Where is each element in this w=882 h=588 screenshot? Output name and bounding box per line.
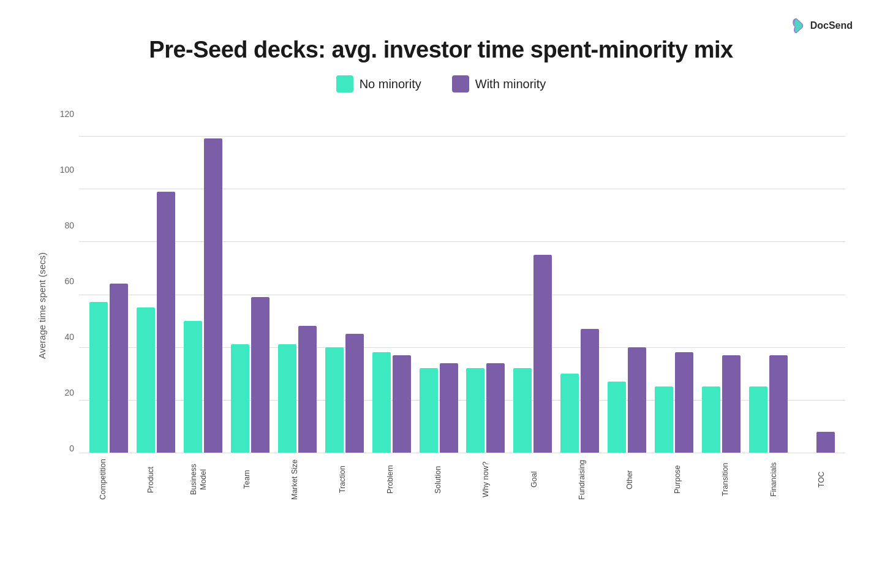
bar-group (462, 110, 510, 453)
bar-purple (298, 326, 317, 453)
bar-teal (466, 368, 484, 453)
bar-group (179, 110, 227, 453)
chart-area: Average time spent (secs) 12010080604020… (37, 110, 845, 502)
x-label-text: Fundraising (577, 458, 587, 502)
bar-teal (513, 368, 532, 453)
bar-teal (608, 382, 626, 453)
bar-teal (184, 321, 202, 453)
bar-purple (533, 255, 552, 453)
x-label: Market Size (271, 453, 318, 502)
chart-container: Pre-Seed decks: avg. investor time spent… (37, 37, 845, 564)
legend-teal-box (336, 75, 353, 92)
bar-group (603, 110, 650, 453)
x-label: Purpose (654, 453, 701, 502)
x-label-text: Solution (433, 458, 443, 502)
logo-text: DocSend (810, 20, 853, 31)
x-label-text: Goal (529, 458, 539, 502)
x-label: Competition (79, 453, 127, 502)
bar-teal (655, 386, 673, 453)
x-label-text: TOC (816, 458, 826, 502)
bar-teal (420, 368, 438, 453)
plot-area: CompetitionProductBusiness ModelTeamMark… (79, 110, 845, 502)
bar-teal (231, 344, 249, 453)
x-label-text: Traction (337, 458, 347, 502)
bar-teal (89, 302, 108, 453)
x-label-text: Problem (385, 458, 395, 502)
bar-purple (486, 363, 505, 453)
bar-group (556, 110, 603, 453)
y-axis-numbers: 120100806040200 (52, 110, 74, 502)
y-axis-tick: 100 (52, 165, 74, 174)
x-label: Traction (318, 453, 366, 502)
x-label: Product (127, 453, 175, 502)
x-label: Business Model (175, 453, 222, 502)
y-axis-tick: 60 (52, 277, 74, 285)
bar-group (132, 110, 179, 453)
bar-purple (204, 138, 222, 453)
legend-with-minority: With minority (452, 75, 546, 92)
bar-purple (628, 347, 646, 453)
bar-group (415, 110, 462, 453)
bar-purple (345, 334, 364, 453)
y-axis-tick: 80 (52, 221, 74, 230)
x-label-text: Other (625, 458, 635, 502)
bar-teal (325, 347, 344, 453)
x-axis-labels: CompetitionProductBusiness ModelTeamMark… (79, 453, 845, 502)
bar-purple (393, 355, 411, 453)
bar-purple (251, 297, 270, 453)
y-axis-tick: 120 (52, 110, 74, 118)
x-label: Solution (414, 453, 462, 502)
bar-teal (372, 352, 391, 453)
y-axis-tick: 20 (52, 388, 74, 397)
legend-purple-box (452, 75, 469, 92)
bar-group (274, 110, 321, 453)
bar-group (227, 110, 274, 453)
x-label: TOC (797, 453, 845, 502)
bar-purple (769, 355, 788, 453)
x-label-text: Product (146, 458, 156, 502)
bar-group (85, 110, 132, 453)
bar-purple (722, 355, 741, 453)
bar-group (368, 110, 415, 453)
bars-row (79, 110, 845, 453)
bar-purple (581, 329, 599, 453)
bar-group (321, 110, 368, 453)
x-label-text: Competition (98, 458, 108, 502)
x-label-text: Transition (720, 458, 730, 502)
bar-group (745, 110, 792, 453)
bar-group (650, 110, 698, 453)
legend-with-minority-label: With minority (475, 77, 546, 91)
x-label-text: Financials (769, 458, 778, 502)
bar-teal (137, 307, 155, 453)
legend-no-minority-label: No minority (360, 77, 421, 91)
y-axis-label: Average time spent (secs) (37, 110, 47, 502)
x-label: Transition (701, 453, 749, 502)
bar-group (509, 110, 556, 453)
y-axis-tick: 40 (52, 333, 74, 341)
bar-purple (157, 192, 175, 453)
x-label: Fundraising (558, 453, 606, 502)
x-label: Financials (750, 453, 797, 502)
bar-teal (278, 344, 296, 453)
bar-group (698, 110, 745, 453)
x-label-text: Purpose (673, 458, 682, 502)
x-label: Other (606, 453, 654, 502)
bar-purple (440, 363, 458, 453)
x-label: Problem (366, 453, 414, 502)
bar-teal (749, 386, 767, 453)
x-label-text: Market Size (290, 458, 300, 502)
docsend-logo-icon (790, 17, 807, 34)
bar-purple (110, 284, 128, 453)
x-label: Goal (510, 453, 558, 502)
x-label-text: Team (242, 458, 252, 502)
y-axis-tick: 0 (52, 444, 74, 453)
chart-title: Pre-Seed decks: avg. investor time spent… (37, 37, 845, 63)
bar-purple (675, 352, 693, 453)
legend-no-minority: No minority (336, 75, 421, 92)
x-label-text: Why now? (481, 458, 491, 502)
bar-teal (560, 374, 579, 453)
bar-purple (816, 432, 835, 453)
legend: No minority With minority (37, 75, 845, 92)
x-label-text: Business Model (189, 458, 209, 502)
x-label: Team (223, 453, 271, 502)
